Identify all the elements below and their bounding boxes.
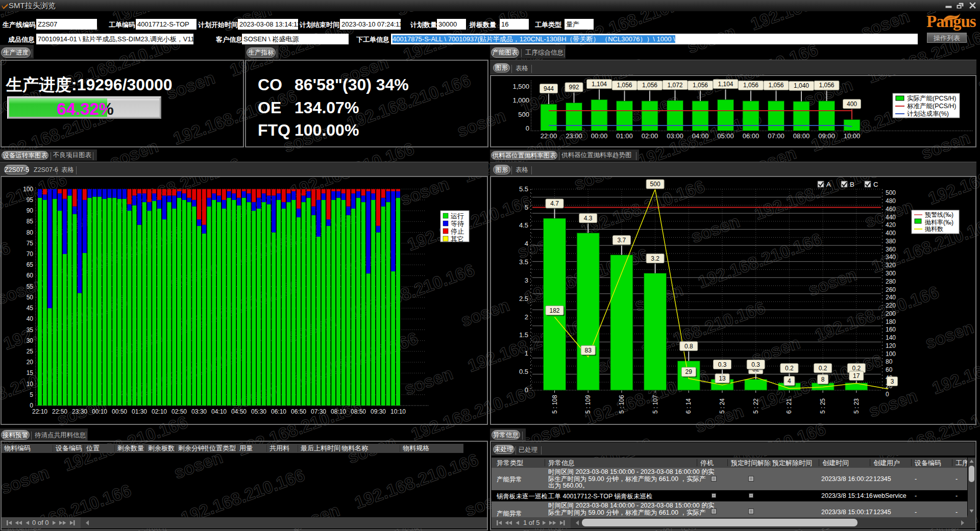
svg-text:实际产能(PCS/H): 实际产能(PCS/H) <box>907 95 957 102</box>
svg-text:1: 1 <box>525 349 528 357</box>
svg-text:B: B <box>850 181 854 188</box>
svg-text:500: 500 <box>518 111 529 118</box>
svg-text:07:30: 07:30 <box>311 408 326 415</box>
svg-text:1,000: 1,000 <box>512 96 529 104</box>
svg-text:83: 83 <box>585 347 592 354</box>
svg-text:0.8: 0.8 <box>684 343 693 350</box>
svg-text:60: 60 <box>27 272 34 279</box>
svg-text:0.3: 0.3 <box>718 361 727 368</box>
svg-text:02:00: 02:00 <box>642 132 658 140</box>
svg-text:停止: 停止 <box>451 227 464 235</box>
svg-text:22:10: 22:10 <box>32 408 47 415</box>
svg-text:1,072: 1,072 <box>667 82 682 89</box>
svg-text:992: 992 <box>569 84 579 91</box>
svg-text:5 : 106: 5 : 106 <box>618 395 625 414</box>
svg-text:80: 80 <box>27 229 34 236</box>
svg-text:22:50: 22:50 <box>52 408 67 415</box>
svg-text:07:00: 07:00 <box>768 132 785 140</box>
svg-text:460: 460 <box>886 206 896 213</box>
svg-text:1,104: 1,104 <box>718 81 733 88</box>
svg-text:65: 65 <box>27 261 34 268</box>
svg-text:03:00: 03:00 <box>667 132 683 140</box>
svg-text:4.7: 4.7 <box>550 200 559 207</box>
svg-text:1,056: 1,056 <box>743 82 758 89</box>
svg-text:5 : 25: 5 : 25 <box>819 398 826 414</box>
svg-text:30: 30 <box>27 337 34 344</box>
svg-text:1.5: 1.5 <box>519 331 528 339</box>
svg-text:220: 220 <box>886 302 896 309</box>
svg-text:04:50: 04:50 <box>231 408 247 415</box>
svg-text:85: 85 <box>27 218 34 225</box>
svg-text:04:10: 04:10 <box>211 408 227 415</box>
svg-text:100: 100 <box>23 186 33 193</box>
svg-text:17: 17 <box>853 372 860 380</box>
svg-text:5 : 109: 5 : 109 <box>584 395 592 414</box>
svg-text:200: 200 <box>886 310 896 317</box>
svg-text:1,500: 1,500 <box>512 83 529 90</box>
svg-text:320: 320 <box>886 262 896 269</box>
svg-text:3.5: 3.5 <box>519 258 528 266</box>
svg-text:0.2: 0.2 <box>852 365 861 372</box>
svg-text:440: 440 <box>886 214 896 221</box>
svg-text:260: 260 <box>886 286 896 293</box>
svg-text:08:50: 08:50 <box>351 408 366 415</box>
svg-text:5: 5 <box>30 391 33 398</box>
svg-text:40: 40 <box>27 315 34 322</box>
svg-text:480: 480 <box>886 197 896 205</box>
svg-text:25: 25 <box>27 348 34 355</box>
svg-text:05:00: 05:00 <box>717 132 734 140</box>
svg-text:0.5: 0.5 <box>519 368 528 375</box>
svg-text:500: 500 <box>650 181 660 188</box>
svg-text:C: C <box>873 181 878 188</box>
svg-text:240: 240 <box>886 294 896 301</box>
svg-text:10:00: 10:00 <box>844 132 861 140</box>
svg-text:标准产能(PCS/H): 标准产能(PCS/H) <box>907 103 957 110</box>
svg-text:抛料率(‰): 抛料率(‰) <box>924 219 953 226</box>
svg-text:100: 100 <box>886 350 896 358</box>
svg-text:02:10: 02:10 <box>152 408 167 415</box>
svg-text:4.5: 4.5 <box>519 221 528 229</box>
svg-text:400: 400 <box>886 230 896 237</box>
svg-text:5 : 108: 5 : 108 <box>551 395 558 414</box>
svg-text:A: A <box>826 181 831 188</box>
svg-text:04:00: 04:00 <box>692 132 709 140</box>
svg-text:75: 75 <box>27 240 34 247</box>
svg-text:1,056: 1,056 <box>617 82 632 89</box>
svg-text:5: 5 <box>525 204 528 211</box>
svg-text:15: 15 <box>27 369 34 376</box>
svg-text:1,056: 1,056 <box>819 82 834 89</box>
svg-text:运行: 运行 <box>451 212 464 220</box>
svg-text:23:00: 23:00 <box>566 132 582 140</box>
svg-text:944: 944 <box>544 85 554 92</box>
svg-text:00:10: 00:10 <box>92 408 107 415</box>
svg-text:0.2: 0.2 <box>819 365 827 372</box>
svg-text:29: 29 <box>685 368 693 375</box>
svg-text:0: 0 <box>525 386 528 394</box>
svg-text:380: 380 <box>886 238 896 245</box>
svg-text:02:50: 02:50 <box>172 408 187 415</box>
svg-text:5 : 24: 5 : 24 <box>719 398 726 414</box>
svg-text:0: 0 <box>886 391 889 398</box>
svg-text:10: 10 <box>27 381 34 388</box>
svg-text:182: 182 <box>549 307 559 314</box>
svg-text:1,040: 1,040 <box>794 82 809 89</box>
svg-text:01:00: 01:00 <box>616 132 633 140</box>
svg-text:0.2: 0.2 <box>785 365 794 372</box>
svg-text:3.7: 3.7 <box>618 237 626 244</box>
svg-text:06:50: 06:50 <box>291 408 306 415</box>
svg-text:300: 300 <box>886 270 896 277</box>
svg-text:10:10: 10:10 <box>390 408 406 415</box>
svg-text:160: 160 <box>886 326 896 333</box>
svg-text:1,056: 1,056 <box>768 82 783 89</box>
svg-text:计划达成率(%): 计划达成率(%) <box>907 110 949 117</box>
svg-text:5 : 22: 5 : 22 <box>752 398 760 414</box>
svg-text:5.5: 5.5 <box>519 185 528 193</box>
svg-text:120: 120 <box>886 342 896 349</box>
svg-text:360: 360 <box>886 246 896 253</box>
svg-text:06:10: 06:10 <box>271 408 286 415</box>
svg-text:05:30: 05:30 <box>251 408 266 415</box>
svg-text:8: 8 <box>821 376 825 383</box>
svg-text:90: 90 <box>27 207 34 214</box>
svg-text:4: 4 <box>788 377 791 385</box>
svg-text:2: 2 <box>525 313 528 321</box>
